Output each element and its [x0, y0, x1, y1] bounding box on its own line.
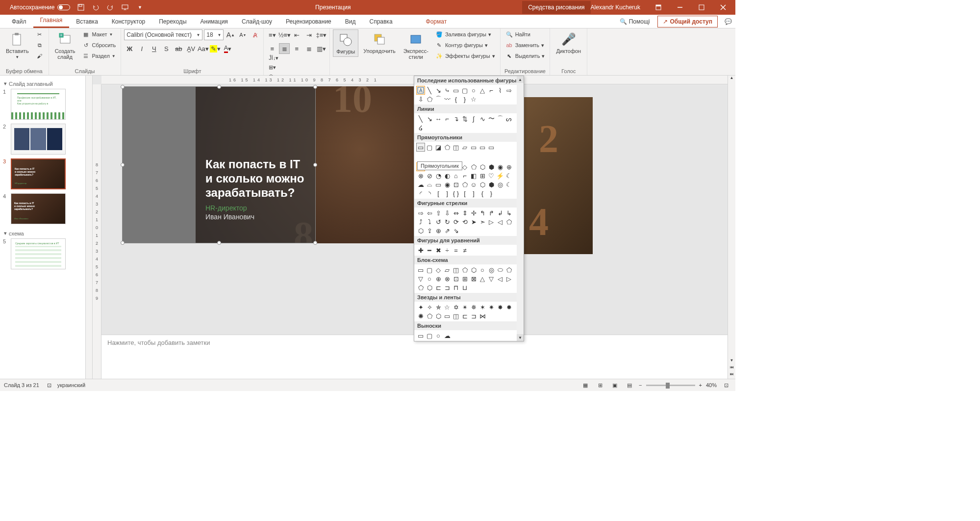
shape-connector[interactable]: ⤷: [443, 86, 452, 95]
clear-format-button[interactable]: A̷: [250, 29, 260, 40]
shape-b28[interactable]: ⬠: [460, 180, 469, 189]
layout-button[interactable]: ▦Макет ▼: [80, 29, 118, 39]
slide-name-text[interactable]: Иван Иванович: [205, 213, 254, 221]
shape-fc19[interactable]: △: [478, 274, 487, 283]
shape-b41[interactable]: {: [478, 189, 487, 198]
decrease-indent-button[interactable]: ⇤: [291, 29, 302, 40]
shape-ar24[interactable]: ⇪: [425, 226, 434, 235]
numbering-button[interactable]: ½≡▾: [279, 29, 290, 40]
close-icon[interactable]: [715, 0, 731, 15]
shape-b15[interactable]: ◐: [443, 171, 452, 180]
share-button[interactable]: ↗Общий доступ: [657, 16, 718, 27]
next-slide-icon[interactable]: ⏭: [728, 372, 735, 379]
shape-fc15[interactable]: ⊗: [443, 274, 452, 283]
shape-b40[interactable]: ]: [469, 189, 478, 198]
shape-fc9[interactable]: ◎: [487, 265, 496, 274]
shape-ar17[interactable]: ⟲: [460, 217, 469, 226]
shape-curve3[interactable]: 〜: [487, 114, 496, 123]
shape-st1[interactable]: ✦: [416, 303, 425, 312]
strike-button[interactable]: ab: [173, 43, 184, 54]
shape-ar18[interactable]: ➤: [469, 217, 478, 226]
tab-review[interactable]: Рецензирование: [279, 15, 338, 28]
shadow-button[interactable]: S: [161, 43, 172, 54]
shape-co4[interactable]: ☁: [443, 331, 452, 340]
shape-scribble[interactable]: ᔕ: [504, 114, 513, 123]
shape-arc[interactable]: ⌒: [434, 95, 443, 104]
shape-co2[interactable]: ▢: [425, 331, 434, 340]
shape-ar15[interactable]: ↻: [443, 217, 452, 226]
shape-b13[interactable]: ⊘: [425, 171, 434, 180]
shape-fc4[interactable]: ▱: [443, 265, 452, 274]
shape-effects-button[interactable]: ✨Эффекты фигуры ▾: [433, 51, 497, 61]
slide-panel[interactable]: ▾ Слайд заглавный 1Профессия: востребова…: [0, 76, 86, 379]
shape-ar27[interactable]: ⇘: [452, 226, 460, 235]
shape-b20[interactable]: ♡: [487, 171, 496, 180]
cut-button[interactable]: ✂: [34, 29, 46, 39]
shape-st18[interactable]: ⊐: [469, 312, 478, 320]
comments-button[interactable]: 💬: [721, 16, 735, 27]
shape-rect4[interactable]: ⬠: [443, 143, 452, 152]
font-color-button[interactable]: A▾: [222, 43, 233, 54]
font-name-combo[interactable]: Calibri (Основной текст)▼: [124, 29, 202, 40]
scroll-up-icon[interactable]: ▲: [517, 76, 524, 83]
scroll-down-icon[interactable]: ▼: [728, 358, 735, 365]
shape-ar19[interactable]: ➣: [478, 217, 487, 226]
shape-ar26[interactable]: ⇗: [443, 226, 452, 235]
shape-ar23[interactable]: ⬡: [416, 226, 425, 235]
shape-fc16[interactable]: ⊡: [452, 274, 460, 283]
shape-b16[interactable]: ⌂: [452, 171, 460, 180]
select-button[interactable]: ⬉Выделить ▾: [503, 51, 547, 61]
shape-b9[interactable]: ⬢: [487, 162, 496, 171]
shape-ar21[interactable]: ◁: [496, 217, 504, 226]
shape-b8[interactable]: ⬡: [478, 162, 487, 171]
shape-fc14[interactable]: ⊕: [434, 274, 443, 283]
tab-animation[interactable]: Анимация: [194, 15, 235, 28]
shape-b14[interactable]: ◔: [434, 171, 443, 180]
char-spacing-button[interactable]: A͍V: [185, 43, 196, 54]
shape-st2[interactable]: ✧: [425, 303, 434, 312]
zoom-in-button[interactable]: +: [699, 382, 702, 388]
shape-st8[interactable]: ✶: [478, 303, 487, 312]
section-header-2[interactable]: ▾ схема: [3, 228, 82, 238]
shape-st12[interactable]: ✺: [416, 312, 425, 320]
shape-b11[interactable]: ⊕: [504, 162, 513, 171]
tab-home[interactable]: Главная: [33, 14, 70, 28]
shape-b29[interactable]: ☺: [469, 180, 478, 189]
language-indicator[interactable]: украинский: [57, 382, 85, 388]
tab-slideshow[interactable]: Слайд-шоу: [235, 15, 279, 28]
shape-b24[interactable]: ⌓: [425, 180, 434, 189]
shape-rect[interactable]: ▭: [452, 86, 460, 95]
tab-file[interactable]: Файл: [5, 15, 33, 28]
tab-help[interactable]: Справка: [362, 15, 399, 28]
shape-fc1[interactable]: ▭: [416, 265, 425, 274]
shape-co3[interactable]: ○: [434, 331, 443, 340]
shape-elbow-arrow[interactable]: ↴: [452, 114, 460, 123]
section-header-1[interactable]: ▾ Слайд заглавный: [3, 78, 82, 89]
normal-view-icon[interactable]: ▦: [580, 381, 591, 390]
shape-fc17[interactable]: ⊞: [460, 274, 469, 283]
shape-curve[interactable]: 〰: [443, 95, 452, 104]
decrease-font-button[interactable]: A▼: [237, 29, 248, 40]
new-slide-button[interactable]: + Создать слайд: [52, 29, 78, 62]
shape-freeform[interactable]: ⌒: [496, 114, 504, 123]
shape-fc24[interactable]: ⬡: [425, 283, 434, 292]
shape-b10[interactable]: ◉: [496, 162, 504, 171]
increase-font-button[interactable]: A▲: [225, 29, 236, 40]
tab-view[interactable]: Вид: [338, 15, 363, 28]
shape-fc23[interactable]: ⬠: [416, 283, 425, 292]
underline-button[interactable]: Ч: [149, 43, 159, 54]
shape-brace-l[interactable]: {: [452, 95, 460, 104]
undo-icon[interactable]: [92, 3, 100, 11]
shape-b27[interactable]: ⊡: [452, 180, 460, 189]
shape-fc22[interactable]: ▷: [504, 274, 513, 283]
shape-ar14[interactable]: ↺: [434, 217, 443, 226]
reset-button[interactable]: ↺Сбросить: [80, 40, 118, 50]
shape-st11[interactable]: ✹: [504, 303, 513, 312]
shape-eq1[interactable]: ✚: [416, 246, 425, 255]
shape-b7[interactable]: ⬠: [469, 162, 478, 171]
line-spacing-button[interactable]: ‡≡▾: [316, 29, 327, 40]
shape-ar25[interactable]: ⊕: [434, 226, 443, 235]
shape-ar11[interactable]: ↳: [504, 208, 513, 217]
shape-st7[interactable]: ✵: [469, 303, 478, 312]
shape-fc7[interactable]: ⬡: [469, 265, 478, 274]
